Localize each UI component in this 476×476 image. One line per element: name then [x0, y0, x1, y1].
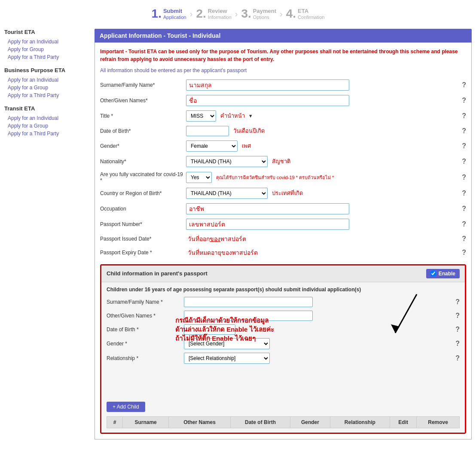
gender-help[interactable]: ?: [462, 142, 466, 150]
form-body: Important - Tourist ETA can be used only…: [95, 43, 472, 439]
child-info-body: Children under 16 years of age possessin…: [101, 282, 465, 433]
country-birth-select[interactable]: THAILAND (THA): [186, 188, 268, 199]
child-gender-label: Gender *: [107, 341, 184, 347]
sidebar-transit-third-party[interactable]: Apply for a Third Party: [4, 130, 90, 137]
dob-label: Date of Birth*: [100, 128, 186, 134]
form-area: Applicant Information - Tourist - Indivi…: [95, 29, 472, 439]
dob-row: Date of Birth* วันเดือนปีเกิด ?: [100, 126, 466, 136]
step-2[interactable]: 2. Review Information: [196, 8, 231, 20]
child-info-box: Child information in parent's passport E…: [100, 264, 466, 434]
annotation-arrow: [387, 290, 421, 342]
step-1[interactable]: 1. Submit Application: [152, 8, 186, 20]
nationality-control: THAILAND (THA) สัญชาติ: [186, 156, 458, 167]
sidebar-business-group[interactable]: Apply for a Group: [4, 84, 90, 92]
title-select[interactable]: MISS MR MRS: [186, 110, 216, 122]
step-4[interactable]: 4. ETA Confirmation: [286, 8, 325, 20]
add-child-button[interactable]: + Add Child: [107, 402, 145, 412]
sidebar-transit-group[interactable]: Apply for a Group: [4, 122, 90, 130]
sidebar-business-individual[interactable]: Apply for an Individual: [4, 76, 90, 84]
country-birth-control: THAILAND (THA) ประเทศที่เกิด: [186, 188, 458, 199]
col-gender: Gender: [290, 416, 330, 428]
step-divider-2: ›: [235, 9, 238, 19]
child-other-names-label: Other/Given Names *: [107, 313, 184, 319]
country-birth-help[interactable]: ?: [462, 189, 466, 197]
col-edit: Edit: [390, 416, 417, 428]
sidebar-tourist-third-party[interactable]: Apply for a Third Party: [4, 53, 90, 61]
passport-issued-control: วันที่ออกของพาสปอร์ต: [186, 234, 458, 244]
dob-input[interactable]: [186, 126, 229, 136]
passport-num-row: Passport Number* ?: [100, 219, 466, 230]
passport-expiry-row: Passport Expiry Date * วันที่หมดอายุของพ…: [100, 248, 466, 257]
child-other-names-help[interactable]: ?: [455, 312, 460, 320]
nationality-help[interactable]: ?: [462, 158, 466, 165]
gender-control: Female Male เพศ: [186, 140, 458, 152]
child-surname-help[interactable]: ?: [455, 298, 460, 306]
passport-expiry-help[interactable]: ?: [462, 249, 466, 256]
given-names-label: Other/Given Names*: [100, 98, 186, 104]
sidebar-business-third-party[interactable]: Apply for a Third Party: [4, 92, 90, 99]
passport-issued-thai: วันที่ออกของพาสปอร์ต: [188, 234, 246, 244]
occupation-help[interactable]: ?: [462, 205, 466, 213]
passport-num-help[interactable]: ?: [462, 220, 466, 228]
surname-help[interactable]: ?: [462, 81, 466, 89]
title-control: MISS MR MRS คำนำหน้า ▾: [186, 110, 458, 122]
vaccinated-control: Yes No คุณได้รับการฉีดวัคซีนสำหรับ covid…: [186, 172, 458, 183]
passport-num-control: [186, 219, 458, 230]
nationality-row: Nationality* THAILAND (THA) สัญชาติ ?: [100, 156, 466, 167]
occupation-input[interactable]: [186, 203, 349, 214]
passport-issued-help[interactable]: ?: [462, 235, 466, 243]
col-relationship: Relationship: [330, 416, 390, 428]
sidebar-tourist-individual[interactable]: Apply for an Individual: [4, 38, 90, 46]
child-gender-help[interactable]: ?: [455, 340, 460, 348]
col-num: #: [107, 416, 123, 428]
passport-num-input[interactable]: [186, 219, 349, 230]
enable-checkbox[interactable]: [430, 271, 436, 276]
occupation-label: Occupation: [100, 206, 186, 212]
child-relationship-select[interactable]: [Select Relationship] Son Daughter: [184, 353, 270, 364]
main-layout: Tourist ETA Apply for an Individual Appl…: [0, 24, 476, 444]
title-help[interactable]: ?: [462, 112, 466, 120]
child-table: # Surname Other Names Date of Birth Gend…: [107, 416, 460, 428]
child-relationship-control: [Select Relationship] Son Daughter: [184, 353, 452, 364]
surname-input[interactable]: [186, 79, 349, 91]
sidebar: Tourist ETA Apply for an Individual Appl…: [4, 29, 90, 439]
col-dob: Date of Birth: [230, 416, 290, 428]
nationality-thai: สัญชาติ: [272, 157, 290, 166]
given-names-row: Other/Given Names* ?: [100, 95, 466, 106]
sidebar-transit-individual[interactable]: Apply for an Individual: [4, 114, 90, 122]
title-row: Title * MISS MR MRS คำนำหน้า ▾ ?: [100, 110, 466, 122]
gender-select[interactable]: Female Male: [186, 140, 238, 152]
country-birth-row: Country or Region of Birth* THAILAND (TH…: [100, 188, 466, 199]
given-names-input[interactable]: [186, 95, 349, 106]
sidebar-tourist-eta-title: Tourist ETA: [4, 29, 90, 35]
dob-help[interactable]: ?: [462, 127, 466, 135]
surname-control: [186, 79, 458, 91]
given-names-control: [186, 95, 458, 106]
child-dob-help[interactable]: ?: [455, 326, 460, 333]
vaccinated-help[interactable]: ?: [462, 174, 466, 181]
nationality-select[interactable]: THAILAND (THA): [186, 156, 268, 167]
occupation-control: [186, 203, 458, 214]
title-label: Title *: [100, 113, 186, 119]
child-relationship-label: Relationship *: [107, 355, 184, 361]
nationality-label: Nationality*: [100, 159, 186, 165]
enable-checkbox-label[interactable]: Enable: [426, 269, 460, 278]
important-notice: Important - Tourist ETA can be used only…: [100, 48, 466, 63]
child-relationship-help[interactable]: ?: [455, 354, 460, 362]
enable-label: Enable: [439, 271, 455, 277]
vaccinated-select[interactable]: Yes No: [186, 172, 212, 183]
gender-label: Gender*: [100, 143, 186, 149]
country-birth-label: Country or Region of Birth*: [100, 190, 186, 196]
given-names-help[interactable]: ?: [462, 97, 466, 104]
surname-label: Surname/Family Name*: [100, 82, 186, 88]
form-header: Applicant Information - Tourist - Indivi…: [95, 29, 472, 43]
sidebar-tourist-group[interactable]: Apply for Group: [4, 46, 90, 53]
dob-control: วันเดือนปีเกิด: [186, 126, 458, 136]
sidebar-transit-eta-title: Transit ETA: [4, 105, 90, 112]
passport-expiry-control: วันที่หมดอายุของพาสปอร์ต: [186, 248, 458, 257]
passport-issued-label: Passport Issued Date*: [100, 236, 186, 242]
step-3[interactable]: 3. Payment Options: [241, 8, 276, 20]
title-thai: คำนำหน้า: [220, 111, 245, 120]
child-surname-input[interactable]: [184, 297, 313, 307]
country-birth-thai: ประเทศที่เกิด: [272, 189, 303, 198]
